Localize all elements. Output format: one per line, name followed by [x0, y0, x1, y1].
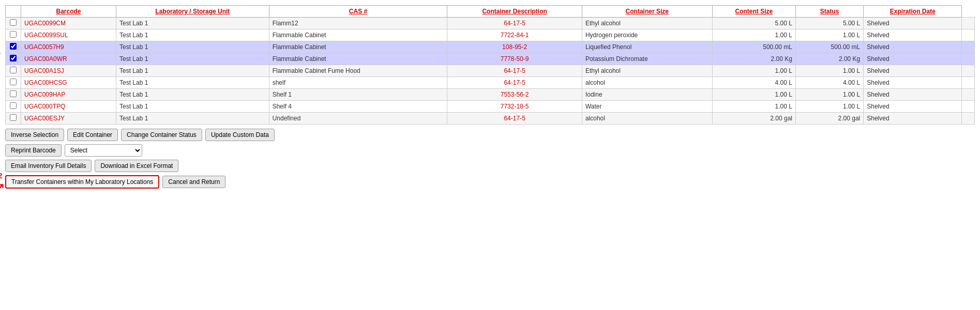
- container-size-cell: 4.00 L: [712, 77, 795, 89]
- change-container-status-button[interactable]: Change Container Status: [121, 129, 202, 141]
- reprint-select[interactable]: Select: [65, 144, 142, 157]
- cas-link[interactable]: 7732-18-5: [501, 103, 529, 110]
- description-cell: Hydrogen peroxide: [582, 29, 712, 41]
- content-size-cell: 2.00 Kg: [795, 53, 863, 65]
- description-cell: alcohol: [582, 113, 712, 125]
- expiration-cell: [962, 18, 975, 29]
- content-size-cell: 5.00 L: [795, 18, 863, 29]
- cas-link[interactable]: 7722-84-1: [501, 32, 529, 39]
- row-checkbox[interactable]: [10, 67, 17, 73]
- row-checkbox[interactable]: [10, 43, 17, 50]
- table-row: UGAC0099CMTest Lab 1Flamm1264-17-5Ethyl …: [6, 18, 975, 29]
- barcode-link[interactable]: UGAC00HCSG: [24, 79, 67, 86]
- col-expiration[interactable]: Expiration Date: [864, 6, 962, 18]
- cas-link[interactable]: 64-17-5: [504, 67, 525, 74]
- cas-link[interactable]: 64-17-5: [504, 79, 525, 86]
- lab-cell: Test Lab 1: [116, 113, 269, 125]
- row-checkbox[interactable]: [10, 31, 17, 38]
- description-cell: Potassium Dichromate: [582, 53, 712, 65]
- barcode-link[interactable]: UGAC009HAP: [24, 91, 65, 98]
- container-size-cell: 2.00 Kg: [712, 53, 795, 65]
- table-row: UGAC0057H9Test Lab 1Flammable Cabinet108…: [6, 41, 975, 53]
- content-size-cell: 1.00 L: [795, 89, 863, 101]
- container-size-cell: 2.00 gal: [712, 113, 795, 125]
- description-cell: Ethyl alcohol: [582, 65, 712, 77]
- storage-cell: Flammable Cabinet: [269, 29, 447, 41]
- expiration-cell: [962, 101, 975, 113]
- barcode-link[interactable]: UGAC000TPQ: [24, 103, 65, 110]
- container-size-cell: 1.00 L: [712, 101, 795, 113]
- inverse-selection-button[interactable]: Inverse Selection: [5, 129, 64, 141]
- barcode-link[interactable]: UGAC0057H9: [24, 43, 64, 51]
- cas-link[interactable]: 108-95-2: [502, 43, 527, 51]
- table-row: UGAC00A0WRTest Lab 1Flammable Cabinet777…: [6, 53, 975, 65]
- update-custom-data-button[interactable]: Update Custom Data: [205, 129, 275, 141]
- lab-cell: Test Lab 1: [116, 41, 269, 53]
- row-checkbox[interactable]: [10, 79, 17, 85]
- status-cell: Shelved: [864, 53, 962, 65]
- table-row: UGAC009HAPTest Lab 1Shelf 17553-56-2Iodi…: [6, 89, 975, 101]
- container-size-cell: 500.00 mL: [712, 41, 795, 53]
- expiration-cell: [962, 113, 975, 125]
- annotation-1: 1 ↓: [0, 47, 1, 68]
- lab-cell: Test Lab 1: [116, 77, 269, 89]
- storage-cell: Flammable Cabinet Fume Hood: [269, 65, 447, 77]
- col-lab-storage[interactable]: Laboratory / Storage Unit: [116, 6, 269, 18]
- lab-cell: Test Lab 1: [116, 53, 269, 65]
- col-description[interactable]: Container Description: [447, 6, 582, 18]
- email-inventory-button[interactable]: Email Inventory Full Details: [5, 160, 92, 172]
- col-status[interactable]: Status: [795, 6, 863, 18]
- annotation-2: 2 ↗: [0, 171, 5, 193]
- edit-container-button[interactable]: Edit Container: [67, 129, 118, 141]
- description-cell: Iodine: [582, 89, 712, 101]
- cas-link[interactable]: 64-17-5: [504, 20, 525, 27]
- row-checkbox[interactable]: [10, 114, 17, 121]
- status-cell: Shelved: [864, 65, 962, 77]
- container-size-cell: 1.00 L: [712, 65, 795, 77]
- row-checkbox[interactable]: [10, 102, 17, 109]
- expiration-cell: [962, 65, 975, 77]
- content-size-cell: 4.00 L: [795, 77, 863, 89]
- description-cell: Water: [582, 101, 712, 113]
- status-cell: Shelved: [864, 29, 962, 41]
- row-checkbox[interactable]: [10, 90, 17, 97]
- barcode-link[interactable]: UGAC00A1SJ: [24, 67, 64, 74]
- row-checkbox[interactable]: [10, 19, 17, 26]
- barcode-link[interactable]: UGAC00ESJY: [24, 115, 65, 122]
- barcode-link[interactable]: UGAC00A0WR: [24, 55, 67, 63]
- col-content-size[interactable]: Content Size: [712, 6, 795, 18]
- col-container-size[interactable]: Container Size: [582, 6, 712, 18]
- row-checkbox[interactable]: [10, 55, 17, 61]
- expiration-cell: [962, 53, 975, 65]
- cas-link[interactable]: 64-17-5: [504, 115, 525, 122]
- table-row: UGAC0099SULTest Lab 1Flammable Cabinet77…: [6, 29, 975, 41]
- barcode-link[interactable]: UGAC0099CM: [24, 20, 66, 27]
- lab-cell: Test Lab 1: [116, 29, 269, 41]
- content-size-cell: 1.00 L: [795, 29, 863, 41]
- col-barcode[interactable]: Barcode: [21, 6, 116, 18]
- status-cell: Shelved: [864, 77, 962, 89]
- cas-link[interactable]: 7778-50-9: [501, 55, 529, 63]
- barcode-link[interactable]: UGAC0099SUL: [24, 32, 68, 39]
- content-size-cell: 1.00 L: [795, 101, 863, 113]
- table-row: UGAC00ESJYTest Lab 1Undefined64-17-5alco…: [6, 113, 975, 125]
- description-cell: Liquefied Phenol: [582, 41, 712, 53]
- cas-link[interactable]: 7553-56-2: [501, 91, 529, 98]
- cancel-return-button[interactable]: Cancel and Return: [162, 176, 225, 188]
- transfer-containers-button[interactable]: Transfer Containers within My Laboratory…: [5, 175, 159, 189]
- content-size-cell: 500.00 mL: [795, 41, 863, 53]
- status-cell: Shelved: [864, 89, 962, 101]
- storage-cell: Flammable Cabinet: [269, 41, 447, 53]
- content-size-cell: 2.00 gal: [795, 113, 863, 125]
- storage-cell: Flamm12: [269, 18, 447, 29]
- status-cell: Shelved: [864, 18, 962, 29]
- lab-cell: Test Lab 1: [116, 101, 269, 113]
- description-cell: alcohol: [582, 77, 712, 89]
- col-cas[interactable]: CAS #: [269, 6, 447, 18]
- table-row: UGAC000TPQTest Lab 1Shelf 47732-18-5Wate…: [6, 101, 975, 113]
- reprint-barcode-button[interactable]: Reprint Barcode: [5, 144, 62, 157]
- download-excel-button[interactable]: Download in Excel Format: [95, 160, 178, 172]
- table-row: UGAC00HCSGTest Lab 1shelf64-17-5alcohol4…: [6, 77, 975, 89]
- status-cell: Shelved: [864, 113, 962, 125]
- expiration-cell: [962, 77, 975, 89]
